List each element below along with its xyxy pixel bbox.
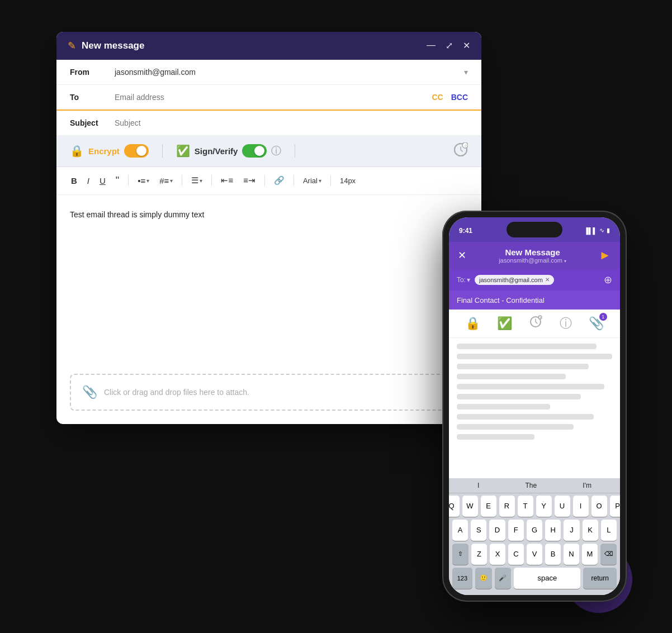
phone-frame: 9:41 ▐▌▌ ∿ ▮ ✕ New Message jasonsmith@gm… bbox=[442, 211, 627, 602]
font-selector[interactable]: Arial ▾ bbox=[300, 174, 325, 187]
maximize-button[interactable]: ⤢ bbox=[446, 40, 453, 51]
separator-4 bbox=[264, 175, 265, 186]
key-l[interactable]: L bbox=[601, 520, 617, 541]
minimize-button[interactable]: — bbox=[427, 40, 436, 51]
attach-area[interactable]: 📎 Click or drag and drop files here to a… bbox=[70, 374, 468, 411]
key-c[interactable]: C bbox=[508, 544, 524, 565]
to-input[interactable] bbox=[115, 85, 432, 110]
key-g[interactable]: G bbox=[527, 520, 542, 541]
email-body[interactable]: Test email thread is simply dummy text bbox=[56, 195, 481, 374]
key-d[interactable]: D bbox=[489, 520, 505, 541]
key-row-3: ⇧ Z X C V B N M ⌫ bbox=[452, 544, 617, 565]
close-button[interactable]: ✕ bbox=[463, 40, 470, 51]
phone-timer-icon[interactable] bbox=[529, 315, 542, 332]
key-s[interactable]: S bbox=[471, 520, 486, 541]
key-o[interactable]: O bbox=[591, 496, 607, 517]
body-line-6 bbox=[457, 394, 581, 399]
phone-header-title: New Message bbox=[466, 248, 599, 257]
keyboard-suggestions: I The I'm bbox=[449, 478, 620, 493]
body-line-8 bbox=[457, 414, 594, 420]
bullet-list-button[interactable]: •≡ ▾ bbox=[134, 174, 153, 188]
phone-lock-icon[interactable]: 🔒 bbox=[465, 316, 480, 331]
from-dropdown-icon[interactable]: ▾ bbox=[464, 68, 468, 77]
subject-input[interactable] bbox=[115, 118, 468, 127]
key-k[interactable]: K bbox=[583, 520, 598, 541]
numbered-list-button[interactable]: #≡ ▾ bbox=[156, 174, 176, 188]
attach-label: Click or drag and drop files here to att… bbox=[104, 388, 249, 397]
key-p[interactable]: P bbox=[610, 496, 621, 517]
phone-attach-icon[interactable]: 📎 1 bbox=[589, 316, 604, 331]
key-e[interactable]: E bbox=[481, 496, 496, 517]
bcc-button[interactable]: BCC bbox=[451, 93, 468, 102]
key-y[interactable]: Y bbox=[536, 496, 552, 517]
key-t[interactable]: T bbox=[518, 496, 533, 517]
phone-info-icon[interactable]: ⓘ bbox=[560, 315, 572, 332]
key-q[interactable]: Q bbox=[449, 496, 460, 517]
indent-out-button[interactable]: ⇤≡ bbox=[217, 173, 236, 188]
shift-key[interactable]: ⇧ bbox=[452, 544, 468, 565]
subject-row: Subject bbox=[56, 111, 481, 136]
italic-button[interactable]: I bbox=[84, 174, 93, 188]
phone-send-button[interactable]: ► bbox=[599, 248, 611, 263]
key-h[interactable]: H bbox=[545, 520, 561, 541]
phone-time: 9:41 bbox=[459, 227, 472, 235]
body-line-9 bbox=[457, 424, 574, 430]
font-size-selector[interactable]: 14px bbox=[337, 174, 359, 187]
delete-key[interactable]: ⌫ bbox=[600, 544, 617, 565]
quote-button[interactable]: " bbox=[112, 173, 122, 189]
phone-body-content[interactable] bbox=[449, 338, 620, 478]
key-a[interactable]: A bbox=[452, 520, 468, 541]
compose-body: From jasonsmith@gmail.com ▾ To CC BCC Su… bbox=[56, 60, 481, 411]
emoji-key[interactable]: 🙂 bbox=[475, 568, 492, 589]
link-button[interactable]: 🔗 bbox=[271, 173, 288, 188]
to-label: To bbox=[70, 85, 115, 110]
indent-in-button[interactable]: ≡⇥ bbox=[240, 173, 259, 188]
body-line-7 bbox=[457, 404, 550, 410]
separator-1 bbox=[128, 175, 129, 186]
align-button[interactable]: ☰ ▾ bbox=[188, 173, 206, 188]
return-key[interactable]: return bbox=[583, 568, 617, 589]
attach-badge: 1 bbox=[599, 313, 607, 321]
sign-section: ✅ Sign/Verify ⓘ bbox=[176, 144, 296, 158]
suggestion-2[interactable]: The bbox=[526, 482, 537, 489]
phone-shield-icon[interactable]: ✅ bbox=[497, 316, 512, 331]
shield-icon: ✅ bbox=[176, 144, 190, 158]
key-x[interactable]: X bbox=[490, 544, 505, 565]
space-key[interactable]: space bbox=[514, 568, 580, 589]
key-j[interactable]: J bbox=[564, 520, 579, 541]
key-z[interactable]: Z bbox=[471, 544, 487, 565]
key-r[interactable]: R bbox=[499, 496, 515, 517]
underline-button[interactable]: U bbox=[96, 174, 109, 188]
phone-add-recipient-button[interactable]: ⊕ bbox=[604, 274, 612, 286]
key-row-4: 123 🙂 🎤 space return bbox=[452, 568, 617, 589]
phone-subject-row: Final Contact - Confidential bbox=[449, 291, 620, 310]
key-i[interactable]: I bbox=[573, 496, 589, 517]
key-u[interactable]: U bbox=[555, 496, 570, 517]
compose-window: ✎ New message — ⤢ ✕ From jasonsmith@gmai… bbox=[56, 32, 481, 424]
key-w[interactable]: W bbox=[462, 496, 478, 517]
suggestion-1[interactable]: I bbox=[477, 482, 479, 489]
chip-close-icon[interactable]: ✕ bbox=[545, 277, 550, 283]
dynamic-island bbox=[507, 222, 562, 237]
key-v[interactable]: V bbox=[527, 544, 542, 565]
sign-toggle[interactable] bbox=[242, 144, 267, 158]
suggestion-3[interactable]: I'm bbox=[583, 482, 591, 489]
phone-security-row: 🔒 ✅ ⓘ 📎 1 bbox=[449, 310, 620, 338]
body-line-2 bbox=[457, 354, 612, 359]
phone-recipient-chip[interactable]: jasonsmith@gmail.com ✕ bbox=[475, 275, 554, 285]
cc-button[interactable]: CC bbox=[432, 93, 443, 102]
key-b[interactable]: B bbox=[545, 544, 561, 565]
phone-close-button[interactable]: ✕ bbox=[458, 249, 466, 261]
mic-key[interactable]: 🎤 bbox=[495, 568, 512, 589]
key-n[interactable]: N bbox=[564, 544, 579, 565]
to-row: To CC BCC bbox=[56, 85, 481, 111]
sign-info-icon[interactable]: ⓘ bbox=[271, 144, 281, 158]
key-m[interactable]: M bbox=[582, 544, 598, 565]
key-f[interactable]: F bbox=[508, 520, 524, 541]
title-bar: ✎ New message — ⤢ ✕ bbox=[56, 32, 481, 60]
timer-section: ↺ bbox=[453, 142, 468, 160]
bold-button[interactable]: B bbox=[68, 174, 81, 188]
timer-icon[interactable]: ↺ bbox=[453, 142, 468, 160]
encrypt-toggle[interactable] bbox=[124, 144, 149, 158]
num-key[interactable]: 123 bbox=[452, 568, 472, 589]
